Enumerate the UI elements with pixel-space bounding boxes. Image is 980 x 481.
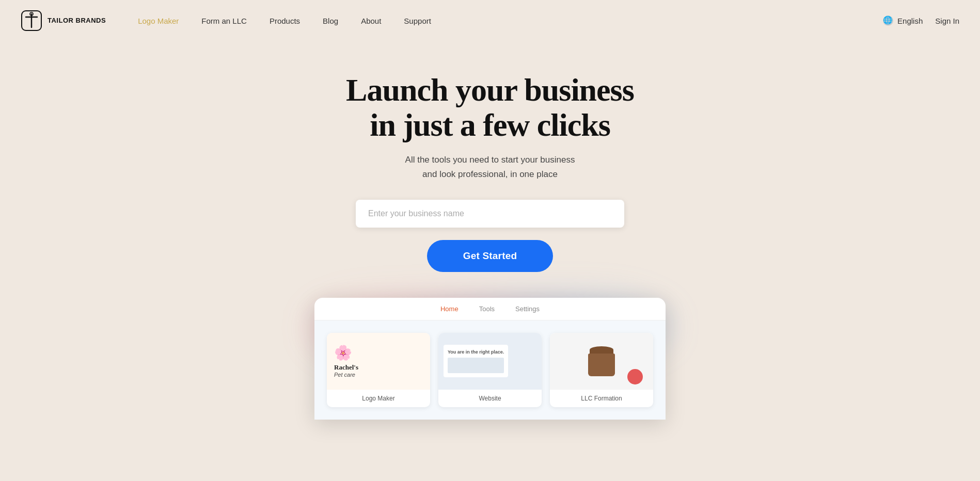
nav-support[interactable]: Support xyxy=(392,17,442,25)
website-preview: You are in the right place. xyxy=(438,333,542,390)
stamp-body xyxy=(588,354,615,376)
website-text: You are in the right place. xyxy=(444,345,508,377)
nav-form-llc[interactable]: Form an LLC xyxy=(190,17,258,25)
logo-icon xyxy=(21,10,42,31)
hero-section: Launch your business in just a few click… xyxy=(0,41,980,420)
llc-preview xyxy=(550,333,653,390)
dashboard-nav-settings[interactable]: Settings xyxy=(515,305,540,313)
brand-name: TAILOR BRANDS xyxy=(48,17,106,25)
dashboard-preview: Home Tools Settings 🌸 Rachel's Pet care … xyxy=(314,298,666,420)
llc-content xyxy=(550,333,653,390)
sun-icon: 🌸 xyxy=(334,344,352,361)
business-name-search xyxy=(356,200,624,228)
stamp-container xyxy=(588,346,615,376)
dashboard-nav-tools[interactable]: Tools xyxy=(479,305,495,313)
sign-in-link[interactable]: Sign In xyxy=(935,17,959,25)
website-label: Website xyxy=(438,390,542,407)
get-started-button[interactable]: Get Started xyxy=(427,240,554,272)
stamp-handle xyxy=(590,346,613,354)
dashboard-nav-home[interactable]: Home xyxy=(440,305,459,313)
dashboard-card: Home Tools Settings 🌸 Rachel's Pet care … xyxy=(314,298,666,420)
logo-maker-tile[interactable]: 🌸 Rachel's Pet care Logo Maker xyxy=(327,333,430,407)
nav-links: Logo Maker Form an LLC Products Blog Abo… xyxy=(127,17,883,25)
llc-label: LLC Formation xyxy=(550,390,653,407)
dashboard-content: 🌸 Rachel's Pet care Logo Maker You are i… xyxy=(314,320,666,420)
llc-tile[interactable]: LLC Formation xyxy=(550,333,653,407)
language-selector[interactable]: 🌐 English xyxy=(883,15,923,26)
logo[interactable]: TAILOR BRANDS xyxy=(21,10,106,31)
nav-logo-maker[interactable]: Logo Maker xyxy=(127,17,190,25)
website-tile[interactable]: You are in the right place. Website xyxy=(438,333,542,407)
tile-brand-sub: Pet care xyxy=(334,372,355,378)
logo-maker-label: Logo Maker xyxy=(327,390,430,407)
business-name-input[interactable] xyxy=(356,200,624,228)
stamp-seal xyxy=(627,369,643,384)
nav-right: 🌐 English Sign In xyxy=(883,15,959,26)
tile-brand-name: Rachel's xyxy=(334,363,358,372)
website-text-content: You are in the right place. xyxy=(448,349,504,356)
navigation: TAILOR BRANDS Logo Maker Form an LLC Pro… xyxy=(0,0,980,41)
language-label: English xyxy=(897,17,923,25)
hero-subtitle: All the tools you need to start your bus… xyxy=(405,153,575,181)
hero-title: Launch your business in just a few click… xyxy=(346,72,634,142)
hero-content: Launch your business in just a few click… xyxy=(314,72,666,420)
nav-products[interactable]: Products xyxy=(258,17,311,25)
logo-maker-preview: 🌸 Rachel's Pet care xyxy=(327,333,430,390)
nav-blog[interactable]: Blog xyxy=(311,17,350,25)
website-image-placeholder xyxy=(448,358,504,373)
globe-icon: 🌐 xyxy=(883,15,893,26)
nav-about[interactable]: About xyxy=(350,17,392,25)
dashboard-nav: Home Tools Settings xyxy=(314,298,666,320)
